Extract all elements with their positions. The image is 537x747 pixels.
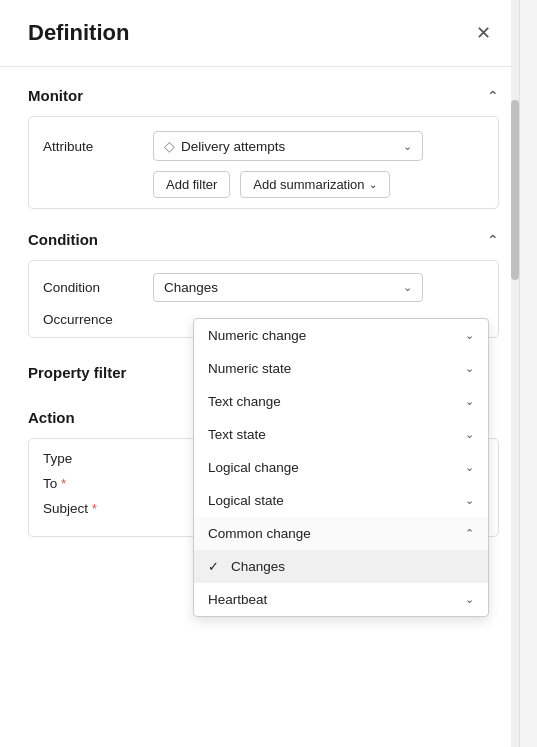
condition-row: Condition Changes ⌄ xyxy=(43,273,484,302)
occurrence-label: Occurrence xyxy=(43,312,153,327)
dropdown-item-logical-change[interactable]: Logical change ⌄ xyxy=(194,451,488,484)
attribute-chevron-down-icon: ⌄ xyxy=(403,140,412,153)
panel-title: Definition xyxy=(28,20,129,46)
logical-state-chevron-icon: ⌄ xyxy=(465,494,474,507)
dropdown-item-numeric-state[interactable]: Numeric state ⌄ xyxy=(194,352,488,385)
scrollbar-track xyxy=(511,0,519,747)
scrollbar-thumb[interactable] xyxy=(511,100,519,280)
text-change-chevron-icon: ⌄ xyxy=(465,395,474,408)
definition-panel: Definition ✕ Monitor ⌃ Attribute ◇ Deliv… xyxy=(0,0,520,747)
type-label: Type xyxy=(43,451,153,466)
dropdown-item-text-state[interactable]: Text state ⌄ xyxy=(194,418,488,451)
attribute-row: Attribute ◇ Delivery attempts ⌄ xyxy=(43,131,484,161)
close-button[interactable]: ✕ xyxy=(468,18,499,48)
heartbeat-chevron-icon: ⌄ xyxy=(465,593,474,606)
numeric-state-chevron-icon: ⌄ xyxy=(465,362,474,375)
condition-section-header: Condition ⌃ xyxy=(28,231,499,248)
header-divider xyxy=(0,66,519,67)
filter-row: Add filter Add summarization ⌄ xyxy=(43,171,484,198)
dropdown-item-logical-state[interactable]: Logical state ⌄ xyxy=(194,484,488,517)
attribute-value: Delivery attempts xyxy=(181,139,395,154)
text-state-chevron-icon: ⌄ xyxy=(465,428,474,441)
numeric-change-chevron-icon: ⌄ xyxy=(465,329,474,342)
dropdown-item-common-change[interactable]: Common change ⌃ xyxy=(194,517,488,550)
condition-chevron-down-icon: ⌄ xyxy=(403,281,412,294)
condition-value: Changes xyxy=(164,280,395,295)
attribute-label: Attribute xyxy=(43,139,153,154)
logical-change-chevron-icon: ⌄ xyxy=(465,461,474,474)
condition-dropdown[interactable]: Changes ⌄ xyxy=(153,273,423,302)
summarization-chevron-icon: ⌄ xyxy=(369,179,377,190)
monitor-section-header: Monitor ⌃ xyxy=(28,87,499,104)
changes-check-icon: ✓ xyxy=(208,559,219,574)
panel-header: Definition ✕ xyxy=(0,0,519,60)
add-filter-button[interactable]: Add filter xyxy=(153,171,230,198)
add-summarization-button[interactable]: Add summarization ⌄ xyxy=(240,171,389,198)
condition-chevron-up-icon[interactable]: ⌃ xyxy=(487,232,499,248)
dropdown-item-changes[interactable]: ✓ Changes xyxy=(194,550,488,583)
monitor-section-title: Monitor xyxy=(28,87,83,104)
condition-label: Condition xyxy=(43,280,153,295)
attribute-dropdown[interactable]: ◇ Delivery attempts ⌄ xyxy=(153,131,423,161)
common-change-chevron-icon: ⌃ xyxy=(465,527,474,540)
condition-section-title: Condition xyxy=(28,231,98,248)
to-label: To xyxy=(43,476,153,491)
monitor-section: Monitor ⌃ Attribute ◇ Delivery attempts … xyxy=(0,73,519,219)
action-section-title: Action xyxy=(28,409,75,426)
attribute-icon: ◇ xyxy=(164,138,175,154)
monitor-chevron-up-icon[interactable]: ⌃ xyxy=(487,88,499,104)
condition-dropdown-menu: Numeric change ⌄ Numeric state ⌄ Text ch… xyxy=(193,318,489,617)
subject-label: Subject xyxy=(43,501,153,516)
dropdown-item-numeric-change[interactable]: Numeric change ⌄ xyxy=(194,319,488,352)
dropdown-item-text-change[interactable]: Text change ⌄ xyxy=(194,385,488,418)
property-filter-title: Property filter xyxy=(28,364,126,381)
dropdown-item-heartbeat[interactable]: Heartbeat ⌄ xyxy=(194,583,488,616)
